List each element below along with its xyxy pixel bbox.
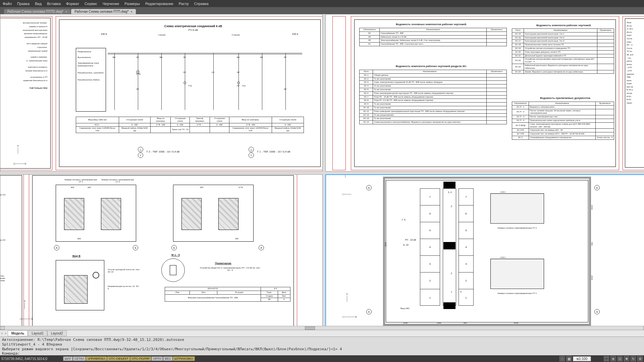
dim: 900 <box>464 322 467 324</box>
command-window[interactable]: Автосохранение: R:\Temp\Рабочая Схема си… <box>0 337 644 355</box>
text: Разветвления <box>77 51 104 53</box>
sec1: I секция <box>158 34 165 36</box>
layout-prev[interactable]: ‹ <box>0 331 4 335</box>
callout: 5 <box>460 291 462 293</box>
text: TV2 <box>242 85 246 87</box>
toggle-snap[interactable]: ШАГ <box>63 356 73 361</box>
toggle-lwt[interactable]: ВЕС <box>163 356 173 361</box>
text: установлены в ТП <box>0 75 47 79</box>
menu-file[interactable]: Файл <box>3 2 12 6</box>
scroll-thumb[interactable] <box>305 326 315 330</box>
room-label: Камера силового трансформатора СТ 1 <box>489 292 546 294</box>
menu-dims[interactable]: Размеры <box>124 2 140 6</box>
close-icon[interactable]: × <box>65 10 67 13</box>
model-paper-icon[interactable]: □ <box>559 356 565 361</box>
text: правилам безопасности и <box>0 79 47 82</box>
layout-tabs: ‹ › Модель Layout1 Layout2 <box>0 330 644 337</box>
text: ВН <box>160 56 162 58</box>
scroll-left-icon[interactable]: ◀ <box>0 326 5 330</box>
text: ст. заземляющие ножи <box>0 59 47 63</box>
text: комплекта основных <box>0 65 47 69</box>
toggle-grid[interactable]: СЕТКА <box>73 356 86 361</box>
text: вспомогательной техники. <box>0 21 47 25</box>
axis-a: А <box>366 309 372 314</box>
prim-title: Примечание <box>215 262 231 265</box>
callout: 2 <box>451 205 452 207</box>
cmd-line: SplitViewport_4 - 4 ВЭкрана <box>2 342 642 347</box>
scale[interactable]: м1:100 <box>573 356 591 361</box>
ucs-icon: ◇─────X Y││ <box>7 151 31 168</box>
h-scrollbar[interactable]: ◀ ▶ <box>0 326 644 330</box>
zoom-window-icon[interactable]: ⊡ <box>617 356 623 361</box>
layout-tab-layout2[interactable]: Layout2 <box>47 330 67 336</box>
note: Направляющая пр-ка поз. 12. ЭС - 5 <box>108 285 141 290</box>
menu-service[interactable]: Сервис <box>85 2 97 6</box>
table1-title: Ведомость основных комплектов рабочих че… <box>376 23 487 26</box>
tab-file-0[interactable]: Рабочая Схема силовая ПТП2.dwg* × <box>4 9 70 14</box>
transformer-icon: △ <box>138 147 143 152</box>
vedomost-table-2: ЛистНаименованиеПримечание ЭС-1Общие дан… <box>359 70 507 124</box>
menu-help[interactable]: Справка <box>194 2 209 6</box>
text: ЛР <box>284 88 286 90</box>
zoom-in-icon[interactable]: ⊕ <box>610 356 616 361</box>
zoom-extents-icon[interactable]: ⛶ <box>604 356 609 361</box>
title-block: 2014-КП-078-Х ИзмЛист№ докумПодп.Дата Вн… <box>165 287 290 302</box>
callout: 3, 4 <box>448 191 452 193</box>
text: ЛР <box>136 56 139 58</box>
menu-modify[interactable]: Редактирование <box>145 2 173 6</box>
layout-tab-model[interactable]: Модель <box>8 330 28 336</box>
toggle-hatch[interactable]: ШТРИХОВКА <box>173 356 195 361</box>
m15: М 1 : 5 <box>171 253 180 256</box>
close-icon[interactable]: × <box>131 10 132 13</box>
vedomost-table-4: ОбозначениеНаименованиеПримечание ЭС.П -… <box>512 102 614 140</box>
pan-icon[interactable]: ✥ <box>624 356 629 361</box>
text: ЛР <box>183 56 186 58</box>
toggle-otrack-obj[interactable]: ОТС-ОБЪЕКТ <box>107 356 130 361</box>
text: ножей и зажимов, <box>0 55 47 59</box>
amp-right: 630 А <box>292 33 298 35</box>
viewport-top-left[interactable]: вспомогательной техники. граммы в проект… <box>0 14 323 172</box>
menu-raster[interactable]: Растр <box>179 2 189 6</box>
viewport-bottom-left[interactable]: 12 разд ел АС 12 разд ел АС о случаю, кр… <box>0 174 323 328</box>
tab-file-1[interactable]: Рабочая Схема силовая ПТП.dwg* × <box>71 9 136 14</box>
text: Выключатель <box>77 56 104 59</box>
menu-view[interactable]: Вид <box>35 2 42 6</box>
toggle-osnap[interactable]: оПРИВЯЗКА <box>86 356 107 361</box>
regen-icon[interactable]: ↻ <box>631 356 636 361</box>
text: граммы в проекте в <box>0 25 47 28</box>
ucs-icon: ◇─────X Y││ <box>14 306 37 323</box>
t2-label: Т 2 - ТМГ 1000 - 10 / 0,4 кВ <box>146 150 179 153</box>
text: TV2 <box>188 85 192 87</box>
note: Устр-во проходной плиты см. лист ЭС 10 <box>108 268 141 273</box>
layout-tab-layout1[interactable]: Layout1 <box>28 330 47 336</box>
text: ВН <box>237 56 239 58</box>
text: ТОЙ ТОЛЬКО ПРИ <box>0 86 47 90</box>
layout-next[interactable]: › <box>4 331 7 335</box>
dim: 250 <box>200 186 203 188</box>
dim: 1280 <box>437 322 441 324</box>
menu-format[interactable]: Формат <box>66 2 79 6</box>
text: ВН <box>113 56 115 58</box>
callout: 8, 10 <box>403 244 409 246</box>
text: ПР <box>237 85 239 87</box>
viewport-top-right[interactable]: Ведомость основных комплектов рабочих че… <box>325 14 644 172</box>
text: ПР <box>183 71 186 73</box>
cmd-line: Автосохранение: R:\Temp\Рабочая Схема си… <box>2 338 642 342</box>
toggle-ortho[interactable]: ОРТО <box>151 356 163 361</box>
abc: А В С <box>500 256 506 258</box>
menu-insert[interactable]: Вставка <box>47 2 61 6</box>
ucs-icon: □──────X Y││ <box>336 301 366 321</box>
settings-icon[interactable]: ⚙ <box>637 356 643 361</box>
axis-b: Б <box>594 185 600 190</box>
vedomost-table-1: ОбозначениеНаименованиеПримечание ЭСГазо… <box>359 28 507 46</box>
menu-draw[interactable]: Черчение <box>103 2 119 6</box>
menu-edit[interactable]: Правка <box>17 2 30 6</box>
sec2: II секция <box>232 34 240 36</box>
dim: 1000 <box>403 322 408 324</box>
table2-title: Ведомость комплекта рабочих чертежей раз… <box>376 65 487 68</box>
schematic-title: Схема электрическая соединений 6 кВ <box>151 24 235 28</box>
viewport-icon[interactable]: ▦ <box>566 356 572 361</box>
cmd-line: Выберите режим видового экрана [Сохранит… <box>2 347 642 352</box>
viewport-bottom-right[interactable]: 7 6 5 4 3 2 1 7 6 5 4 3 2 1 Камера силов… <box>325 174 644 328</box>
toggle-otrack-polar[interactable]: ОТС-ПОЛЯР <box>130 356 152 361</box>
